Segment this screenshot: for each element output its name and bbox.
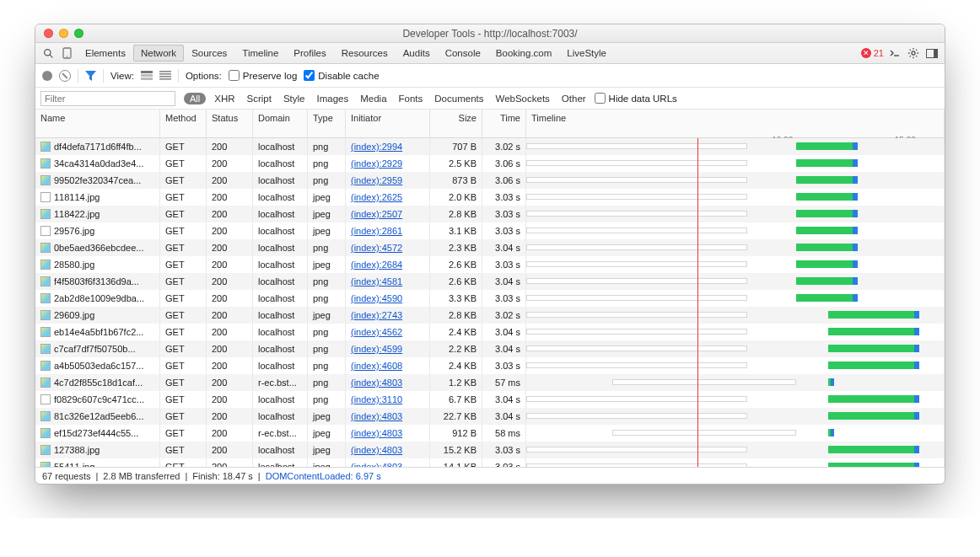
disable-cache-checkbox[interactable]: Disable cache: [304, 70, 379, 81]
table-row[interactable]: 118422.jpgGET200localhostjpeg(index):250…: [35, 206, 945, 222]
cell-type: png: [308, 273, 346, 290]
settings-gear-icon[interactable]: [906, 46, 921, 61]
filter-type-xhr[interactable]: XHR: [214, 94, 234, 104]
search-icon[interactable]: [40, 46, 56, 61]
initiator-link[interactable]: (index):2959: [351, 175, 402, 185]
col-initiator[interactable]: Initiator: [346, 110, 430, 137]
initiator-link[interactable]: (index):4572: [351, 243, 402, 253]
tab-profiles[interactable]: Profiles: [286, 45, 333, 62]
cell-timeline: [526, 458, 945, 467]
col-time[interactable]: Time: [482, 110, 526, 137]
network-options-bar: View: Options: Preserve log Disable cach…: [35, 64, 945, 88]
initiator-link[interactable]: (index):4803: [351, 445, 402, 455]
initiator-link[interactable]: (index):3110: [351, 394, 402, 404]
cell-type: png: [308, 374, 346, 391]
initiator-link[interactable]: (index):4562: [351, 327, 402, 337]
cell-size: 3.3 KB: [430, 290, 482, 307]
filter-input[interactable]: [40, 91, 175, 106]
table-row[interactable]: df4defa7171d6ff4fb...GET200localhostpng(…: [35, 138, 945, 155]
record-button[interactable]: [42, 71, 52, 81]
col-domain[interactable]: Domain: [253, 110, 308, 137]
table-row[interactable]: ef15d273ef444c55...GET200r-ec.bst...jpeg…: [35, 425, 945, 442]
hide-data-urls-checkbox[interactable]: Hide data URLs: [595, 93, 677, 104]
initiator-link[interactable]: (index):4581: [351, 276, 402, 287]
preserve-log-checkbox[interactable]: Preserve log: [229, 70, 298, 81]
cell-domain: localhost: [253, 239, 308, 256]
filter-type-style[interactable]: Style: [283, 94, 305, 104]
initiator-link[interactable]: (index):4599: [351, 344, 402, 354]
col-name[interactable]: Name: [35, 110, 160, 137]
table-row[interactable]: f4f5803f6f3136d9a...GET200localhostpng(i…: [35, 273, 945, 290]
table-row[interactable]: 4c7d2f855c18d1caf...GET200r-ec.bst...png…: [35, 374, 945, 391]
cell-timeline: [526, 408, 945, 425]
filter-type-media[interactable]: Media: [360, 94, 386, 104]
clear-button[interactable]: [59, 70, 71, 82]
tab-livestyle[interactable]: LiveStyle: [559, 45, 614, 62]
table-row[interactable]: a4b50503eda6c157...GET200localhostpng(in…: [35, 357, 945, 374]
filter-all-pill[interactable]: All: [184, 93, 206, 104]
tab-timeline[interactable]: Timeline: [234, 45, 286, 62]
initiator-link[interactable]: (index):4803: [351, 378, 402, 388]
col-size[interactable]: Size: [430, 110, 482, 137]
console-drawer-icon[interactable]: [887, 46, 902, 61]
initiator-link[interactable]: (index):4608: [351, 361, 402, 371]
cell-size: 2.0 KB: [430, 189, 482, 206]
table-row[interactable]: 55411.jpgGET200localhostjpeg(index):4803…: [35, 458, 945, 467]
initiator-link[interactable]: (index):2994: [351, 142, 402, 152]
table-row[interactable]: 2ab2d8e1009e9dba...GET200localhostpng(in…: [35, 290, 945, 307]
small-rows-icon[interactable]: [159, 71, 171, 80]
filter-type-images[interactable]: Images: [317, 94, 349, 104]
tab-audits[interactable]: Audits: [396, 45, 438, 62]
cell-domain: localhost: [253, 357, 308, 374]
device-icon[interactable]: [59, 46, 74, 61]
tab-resources[interactable]: Resources: [334, 45, 396, 62]
table-row[interactable]: 99502fe320347cea...GET200localhostpng(in…: [35, 172, 945, 189]
table-row[interactable]: f0829c607c9c471cc...GET200localhostpng(i…: [35, 391, 945, 408]
table-row[interactable]: 28580.jpgGET200localhostjpeg(index):2684…: [35, 256, 945, 273]
file-name: 118422.jpg: [54, 209, 100, 219]
initiator-link[interactable]: (index):2861: [351, 226, 402, 236]
table-row[interactable]: eb14e4a5bf1b67fc2...GET200localhostpng(i…: [35, 324, 945, 340]
initiator-link[interactable]: (index):2743: [351, 310, 402, 320]
table-row[interactable]: c7caf7df7f50750b...GET200localhostpng(in…: [35, 340, 945, 357]
table-row[interactable]: 34ca4314a0dad3e4...GET200localhostpng(in…: [35, 155, 945, 172]
col-timeline[interactable]: Timeline 10.00 s 15.00 s: [526, 110, 945, 137]
cell-initiator: (index):2994: [346, 138, 430, 155]
table-row[interactable]: 81c326e12ad5eeb6...GET200localhostjpeg(i…: [35, 408, 945, 425]
initiator-link[interactable]: (index):2625: [351, 192, 402, 202]
table-row[interactable]: 118114.jpgGET200localhostjpeg(index):262…: [35, 189, 945, 206]
filter-type-websockets[interactable]: WebSockets: [495, 94, 549, 104]
filter-type-script[interactable]: Script: [247, 94, 272, 104]
cell-time: 3.04 s: [482, 324, 526, 340]
tab-elements[interactable]: Elements: [78, 45, 133, 62]
col-status[interactable]: Status: [207, 110, 253, 137]
tab-network[interactable]: Network: [133, 45, 184, 62]
dock-icon[interactable]: [924, 46, 940, 61]
filter-toggle-icon[interactable]: [85, 71, 96, 81]
file-name: 0be5aed366ebcdee...: [54, 243, 143, 253]
tab-booking-com[interactable]: Booking.com: [488, 45, 559, 62]
svg-rect-19: [141, 78, 153, 80]
initiator-link[interactable]: (index):4803: [351, 411, 402, 421]
col-method[interactable]: Method: [160, 110, 207, 137]
filter-type-fonts[interactable]: Fonts: [399, 94, 423, 104]
tab-sources[interactable]: Sources: [184, 45, 234, 62]
table-row[interactable]: 0be5aed366ebcdee...GET200localhostpng(in…: [35, 239, 945, 256]
table-row[interactable]: 127388.jpgGET200localhostjpeg(index):480…: [35, 442, 945, 458]
error-count-badge[interactable]: ✕ 21: [861, 48, 884, 58]
cell-time: 3.03 s: [482, 442, 526, 458]
table-row[interactable]: 29609.jpgGET200localhostjpeg(index):2743…: [35, 307, 945, 324]
initiator-link[interactable]: (index):4803: [351, 428, 402, 438]
initiator-link[interactable]: (index):2684: [351, 260, 402, 270]
initiator-link[interactable]: (index):4803: [351, 462, 402, 467]
initiator-link[interactable]: (index):2929: [351, 158, 402, 169]
dcl-marker-line: [697, 391, 698, 408]
filter-type-documents[interactable]: Documents: [434, 94, 483, 104]
tab-console[interactable]: Console: [438, 45, 488, 62]
large-rows-icon[interactable]: [141, 71, 153, 80]
table-row[interactable]: 29576.jpgGET200localhostjpeg(index):2861…: [35, 222, 945, 239]
col-type[interactable]: Type: [308, 110, 346, 137]
initiator-link[interactable]: (index):2507: [351, 209, 402, 219]
filter-type-other[interactable]: Other: [562, 94, 586, 104]
initiator-link[interactable]: (index):4590: [351, 293, 402, 303]
